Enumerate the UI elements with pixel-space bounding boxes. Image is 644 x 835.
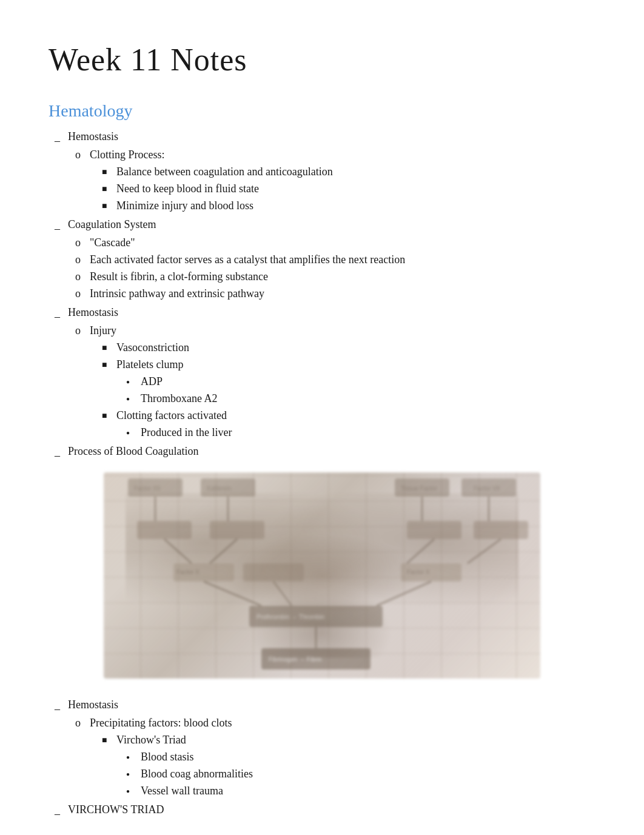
item-text: Vessel wall trauma [141, 783, 223, 799]
list-item: o Intrinsic pathway and extrinsic pathwa… [75, 286, 595, 302]
square-bullet: ■ [102, 341, 116, 354]
list-item: ● Blood stasis [126, 749, 595, 765]
o-marker: o [75, 715, 90, 731]
circle-bullet: ● [126, 428, 141, 437]
svg-text:Factor X: Factor X [176, 569, 200, 575]
item-text: Platelets clump [116, 357, 183, 373]
list-item: o Each activated factor serves as a cata… [75, 252, 595, 268]
item-text: ADP [141, 374, 163, 390]
list-item: ● Thromboxane A2 [126, 391, 595, 407]
item-text: Need to keep blood in fluid state [116, 181, 259, 197]
svg-text:Tissue Factor: Tissue Factor [401, 485, 438, 492]
o-marker: o [75, 147, 90, 163]
item-text: Hemostasis [68, 697, 118, 713]
svg-text:Prothrombin → Thrombin: Prothrombin → Thrombin [257, 614, 324, 620]
square-bullet: ■ [102, 200, 116, 212]
item-text: Clotting Process: [90, 147, 165, 163]
list-item: _ Coagulation System [49, 216, 595, 233]
item-text: Clotting factors activated [116, 407, 227, 424]
item-text: Virchow's Triad [116, 732, 186, 748]
item-text: Injury [90, 323, 116, 339]
item-text: Precipitating factors: blood clots [90, 715, 232, 731]
dash-marker: _ [55, 444, 68, 460]
svg-rect-3 [461, 478, 516, 497]
page-title: Week 11 Notes [49, 36, 595, 84]
svg-line-13 [210, 539, 237, 563]
item-text: "Cascade" [90, 235, 135, 251]
item-text: Each activated factor serves as a cataly… [90, 252, 405, 268]
svg-line-14 [407, 539, 434, 563]
svg-text:Fibrinogen → Fibrin: Fibrinogen → Fibrin [269, 656, 322, 663]
list-item: _ Hemostasis [49, 129, 595, 146]
dash-marker: _ [55, 802, 68, 819]
svg-rect-16 [173, 563, 234, 582]
svg-text:Factor X: Factor X [407, 569, 430, 575]
item-text: Vasoconstriction [116, 340, 189, 356]
diagram-image: Factor XII Kallikrein Tissue Factor Fact… [104, 472, 540, 679]
svg-line-19 [377, 582, 431, 606]
svg-text:Factor VII: Factor VII [474, 485, 500, 492]
svg-rect-1 [201, 478, 255, 497]
virchow-triad-label: VIRCHOW'S TRIAD [68, 802, 164, 818]
svg-text:Factor XII: Factor XII [134, 485, 160, 492]
svg-line-18 [204, 582, 261, 606]
item-text: Coagulation System [68, 216, 156, 233]
list-item: ● Blood coag abnormalities [126, 766, 595, 782]
outline-container: _ Hemostasis o Clotting Process: ■ Balan… [49, 129, 595, 819]
svg-rect-20 [249, 606, 383, 627]
list-item: ■ Clotting factors activated [102, 407, 595, 424]
circle-bullet: ● [126, 377, 141, 386]
list-item: ■ Vasoconstriction [102, 340, 595, 356]
svg-rect-0 [128, 478, 183, 497]
circle-bullet: ● [126, 394, 141, 403]
dash-marker: _ [55, 697, 68, 714]
item-text: Result is fibrin, a clot-forming substan… [90, 269, 268, 285]
list-item: ■ Need to keep blood in fluid state [102, 181, 595, 197]
svg-text:Kallikrein: Kallikrein [207, 485, 232, 492]
svg-rect-22 [261, 648, 371, 669]
list-item: ● Vessel wall trauma [126, 783, 595, 799]
o-marker: o [75, 235, 90, 251]
list-item: o Clotting Process: [75, 147, 595, 163]
list-item: _ Process of Blood Coagulation [49, 443, 595, 460]
square-bullet: ■ [102, 166, 116, 178]
item-text: Produced in the liver [141, 424, 232, 441]
o-marker: o [75, 269, 90, 285]
list-item: ● Produced in the liver [126, 424, 595, 441]
dash-marker: _ [55, 305, 68, 321]
circle-bullet: ● [126, 770, 141, 779]
list-item: o "Cascade" [75, 235, 595, 251]
blood-coag-abnormalities-label: Blood coag abnormalities [141, 766, 253, 782]
list-item: o Result is fibrin, a clot-forming subst… [75, 269, 595, 285]
item-text: Hemostasis [68, 129, 118, 145]
list-item: _ Hemostasis [49, 304, 595, 321]
svg-rect-10 [407, 521, 461, 539]
svg-line-15 [468, 539, 501, 563]
blood-coagulation-diagram: Factor XII Kallikrein Tissue Factor Fact… [49, 472, 595, 679]
item-text: Thromboxane A2 [141, 391, 217, 407]
square-bullet: ■ [102, 358, 116, 371]
list-item: o Injury [75, 323, 595, 339]
item-text: Minimize injury and blood loss [116, 198, 253, 214]
o-marker: o [75, 286, 90, 302]
list-item: o Precipitating factors: blood clots [75, 715, 595, 731]
svg-rect-17 [401, 563, 461, 582]
item-text: Balance between coagulation and anticoag… [116, 164, 333, 180]
list-item: ■ Virchow's Triad [102, 732, 595, 748]
list-item: _ Hemostasis [49, 697, 595, 714]
square-bullet: ■ [102, 734, 116, 746]
svg-rect-23 [243, 563, 304, 582]
o-marker: o [75, 252, 90, 268]
list-item: _ VIRCHOW'S TRIAD [49, 802, 595, 819]
o-marker: o [75, 323, 90, 339]
circle-bullet: ● [126, 753, 141, 762]
svg-rect-8 [137, 521, 192, 539]
dash-marker: _ [55, 129, 68, 146]
circle-bullet: ● [126, 786, 141, 796]
list-item: ■ Balance between coagulation and antico… [102, 164, 595, 180]
svg-line-24 [273, 582, 292, 606]
svg-rect-2 [395, 478, 449, 497]
item-text: Intrinsic pathway and extrinsic pathway [90, 286, 264, 302]
item-text: Blood stasis [141, 749, 194, 765]
section-heading: Hematology [49, 98, 595, 124]
